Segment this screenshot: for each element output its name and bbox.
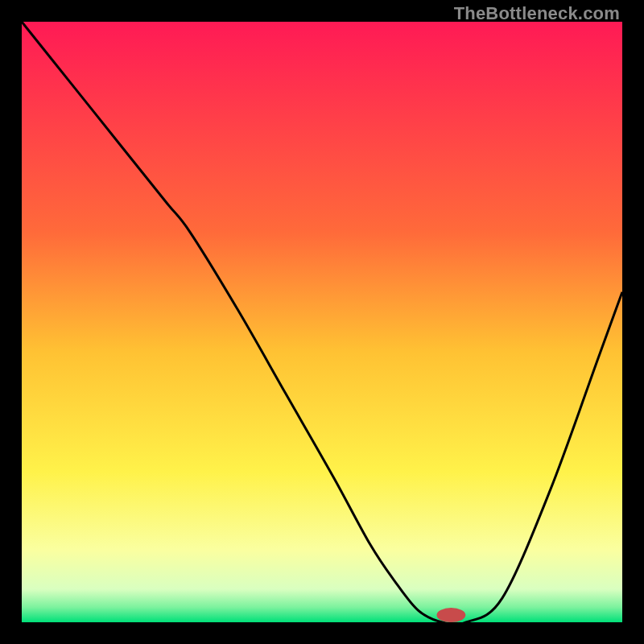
bottleneck-curve xyxy=(22,22,622,622)
chart-frame: TheBottleneck.com xyxy=(0,0,644,644)
plot-area xyxy=(22,22,622,622)
optimal-marker xyxy=(436,608,465,622)
